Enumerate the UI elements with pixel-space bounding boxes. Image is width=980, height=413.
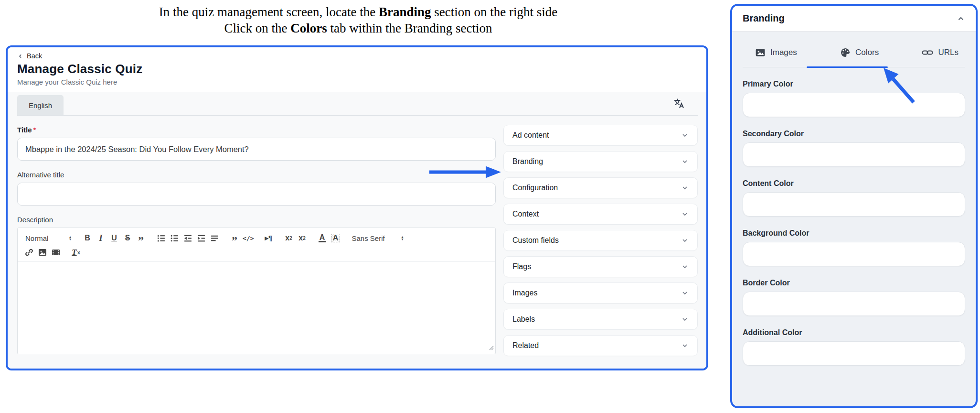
chevron-up-icon (957, 14, 965, 23)
chevron-down-icon (681, 184, 689, 192)
content-color-label: Content Color (743, 179, 965, 188)
quiz-management-panel: Back Manage Classic Quiz Manage your Cla… (6, 45, 708, 370)
outdent-button[interactable] (181, 232, 194, 244)
tab-colors[interactable]: Colors (840, 44, 879, 67)
secondary-color-label: Secondary Color (743, 130, 965, 138)
accordion-item-context[interactable]: Context (503, 204, 698, 225)
link-button[interactable] (22, 246, 36, 259)
strikethrough-button[interactable]: S (121, 232, 134, 244)
tab-english[interactable]: English (17, 95, 64, 115)
accordion-item-ad-content[interactable]: Ad content (503, 125, 698, 146)
accordion-item-labels[interactable]: Labels (503, 309, 698, 330)
language-tab-bar: English (17, 92, 698, 116)
palette-icon (840, 47, 851, 58)
text-direction-button[interactable]: ▸¶ (262, 232, 275, 244)
page-subtitle: Manage your Classic Quiz here (17, 78, 697, 86)
branding-panel-title: Branding (743, 13, 785, 24)
border-color-input[interactable] (743, 292, 965, 316)
image-icon (755, 47, 766, 58)
accordion-item-configuration[interactable]: Configuration (503, 177, 698, 198)
chevron-left-icon (17, 53, 23, 59)
background-color-input[interactable] (743, 242, 965, 266)
chevron-down-icon (681, 289, 689, 297)
instruction-line-1: In the quiz management screen, locate th… (81, 4, 635, 20)
outdent-icon (183, 234, 192, 243)
quiz-panel-header: Back Manage Classic Quiz Manage your Cla… (8, 47, 706, 92)
instruction-line-2: Click on the Colors tab within the Brand… (81, 20, 635, 36)
secondary-color-input[interactable] (743, 142, 965, 167)
translate-button[interactable] (673, 97, 685, 111)
subscript-button[interactable]: x2 (282, 232, 295, 244)
updown-arrows-icon: ▴▾ (401, 236, 403, 240)
accordion-item-related[interactable]: Related (503, 335, 698, 356)
background-color-button[interactable]: A (329, 232, 342, 244)
chevron-down-icon (681, 263, 689, 271)
branding-panel-header[interactable]: Branding (732, 6, 976, 32)
ordered-list-icon (157, 234, 166, 243)
link-icon (24, 248, 34, 257)
accordion-item-flags[interactable]: Flags (503, 256, 698, 277)
alternative-title-input[interactable] (17, 183, 496, 206)
tab-urls[interactable]: URLs (922, 44, 959, 67)
code-button[interactable]: </> (241, 232, 255, 244)
settings-accordion: Ad content Branding Configuration Contex… (503, 116, 698, 369)
branding-tabs: Images Colors URLs (743, 44, 965, 67)
bullet-list-icon (170, 234, 179, 243)
title-label: Title* (17, 126, 496, 134)
resize-grip-icon (488, 345, 494, 350)
quiz-fields-column: Title* Alternative title Description Nor… (17, 116, 496, 369)
blockquote-button[interactable]: ” (134, 232, 148, 244)
tab-images[interactable]: Images (755, 44, 797, 67)
additional-color-input[interactable] (743, 341, 965, 366)
quote-button[interactable]: ” (228, 232, 241, 244)
bold-button[interactable]: B (81, 232, 94, 244)
indent-button[interactable] (194, 232, 208, 244)
chevron-down-icon (681, 342, 689, 349)
instruction-text: In the quiz management screen, locate th… (81, 4, 635, 36)
chevron-down-icon (681, 158, 689, 165)
link-icon (922, 47, 933, 58)
font-family-select[interactable]: Sans Serif ▴▾ (349, 234, 406, 242)
primary-color-input[interactable] (743, 93, 965, 117)
clear-formatting-button[interactable]: Tx (69, 246, 83, 259)
accordion-item-branding[interactable]: Branding (503, 151, 698, 172)
back-label: Back (27, 52, 42, 60)
branding-panel: Branding Images Colors (730, 4, 978, 408)
insert-image-button[interactable] (36, 246, 49, 259)
italic-button[interactable]: I (94, 232, 107, 244)
align-button[interactable] (208, 232, 221, 244)
underline-button[interactable]: U (107, 232, 121, 244)
bullet-list-button[interactable] (168, 232, 181, 244)
quiz-form-section: English Title* Alternative title (8, 92, 706, 369)
additional-color-label: Additional Color (743, 328, 965, 337)
insert-video-button[interactable] (49, 246, 63, 259)
chevron-down-icon (681, 315, 689, 323)
background-color-label: Background Color (743, 229, 965, 238)
image-icon (38, 248, 47, 257)
superscript-button[interactable]: x2 (295, 232, 309, 244)
title-input[interactable] (17, 138, 496, 161)
updown-arrows-icon: ▴▾ (69, 236, 71, 240)
required-mark: * (33, 126, 36, 134)
active-tab-underline (807, 66, 888, 68)
align-icon (210, 234, 219, 243)
chevron-down-icon (681, 210, 689, 218)
editor-toolbar: Normal ▴▾ B I U S ” (18, 228, 495, 262)
resize-handle[interactable] (488, 344, 494, 352)
description-label: Description (17, 216, 496, 224)
accordion-item-custom-fields[interactable]: Custom fields (503, 230, 698, 251)
text-color-button[interactable]: A (315, 232, 329, 244)
alternative-title-label: Alternative title (17, 171, 496, 179)
accordion-item-images[interactable]: Images (503, 283, 698, 304)
back-button[interactable]: Back (17, 52, 42, 60)
page-title: Manage Classic Quiz (17, 62, 697, 76)
primary-color-label: Primary Color (743, 80, 965, 88)
paragraph-style-select[interactable]: Normal ▴▾ (22, 234, 74, 242)
border-color-label: Border Color (743, 279, 965, 287)
description-textarea[interactable] (18, 262, 495, 354)
content-color-input[interactable] (743, 192, 965, 217)
indent-icon (197, 234, 206, 243)
translate-icon (673, 97, 685, 109)
video-icon (51, 248, 61, 257)
ordered-list-button[interactable] (154, 232, 168, 244)
